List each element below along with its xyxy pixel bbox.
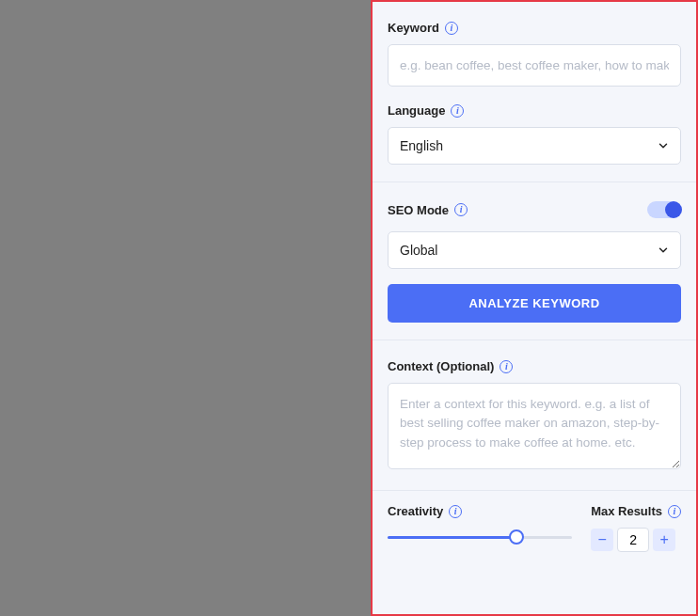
- creativity-label-row: Creativity i: [388, 504, 572, 518]
- max-results-stepper: − +: [591, 528, 681, 552]
- creativity-slider[interactable]: [388, 528, 572, 546]
- info-icon[interactable]: i: [668, 505, 681, 518]
- slider-track: [388, 536, 572, 539]
- slider-fill: [388, 536, 516, 539]
- keyword-input[interactable]: [388, 44, 681, 87]
- info-icon[interactable]: i: [445, 22, 458, 35]
- seo-toggle[interactable]: [647, 201, 681, 218]
- language-select-wrap: English: [388, 127, 681, 165]
- toggle-knob: [665, 201, 682, 218]
- max-results-label-row: Max Results i: [591, 504, 681, 518]
- bottom-controls: Creativity i Max Results i − +: [373, 491, 696, 552]
- keyword-section: Keyword i Language i English: [373, 2, 696, 182]
- language-label: Language: [388, 103, 445, 118]
- slider-thumb[interactable]: [509, 529, 524, 545]
- max-results-input[interactable]: [617, 528, 649, 552]
- info-icon[interactable]: i: [500, 360, 513, 373]
- settings-panel: Keyword i Language i English SEO Mode i: [371, 0, 698, 616]
- seo-scope-select[interactable]: Global: [388, 231, 681, 269]
- decrement-button[interactable]: −: [591, 529, 613, 551]
- keyword-label-row: Keyword i: [388, 21, 681, 35]
- info-icon[interactable]: i: [449, 505, 462, 518]
- context-label: Context (Optional): [388, 359, 494, 373]
- info-icon[interactable]: i: [451, 104, 464, 118]
- max-results-col: Max Results i − +: [591, 504, 681, 552]
- creativity-label: Creativity: [388, 504, 443, 518]
- seo-label-group: SEO Mode i: [388, 203, 468, 217]
- language-select[interactable]: English: [388, 127, 681, 165]
- seo-label: SEO Mode: [388, 203, 449, 217]
- seo-scope-select-wrap: Global: [388, 231, 681, 269]
- language-label-row: Language i: [388, 103, 681, 118]
- context-label-row: Context (Optional) i: [388, 359, 681, 373]
- increment-button[interactable]: +: [653, 529, 675, 551]
- keyword-label: Keyword: [388, 21, 439, 35]
- max-results-label: Max Results: [591, 504, 662, 518]
- seo-section: SEO Mode i Global ANALYZE KEYWORD: [373, 182, 696, 340]
- info-icon[interactable]: i: [454, 203, 468, 216]
- creativity-col: Creativity i: [388, 504, 572, 552]
- context-section: Context (Optional) i: [373, 340, 696, 491]
- analyze-keyword-button[interactable]: ANALYZE KEYWORD: [388, 284, 681, 323]
- context-textarea[interactable]: [388, 383, 681, 469]
- seo-header-row: SEO Mode i: [388, 201, 681, 218]
